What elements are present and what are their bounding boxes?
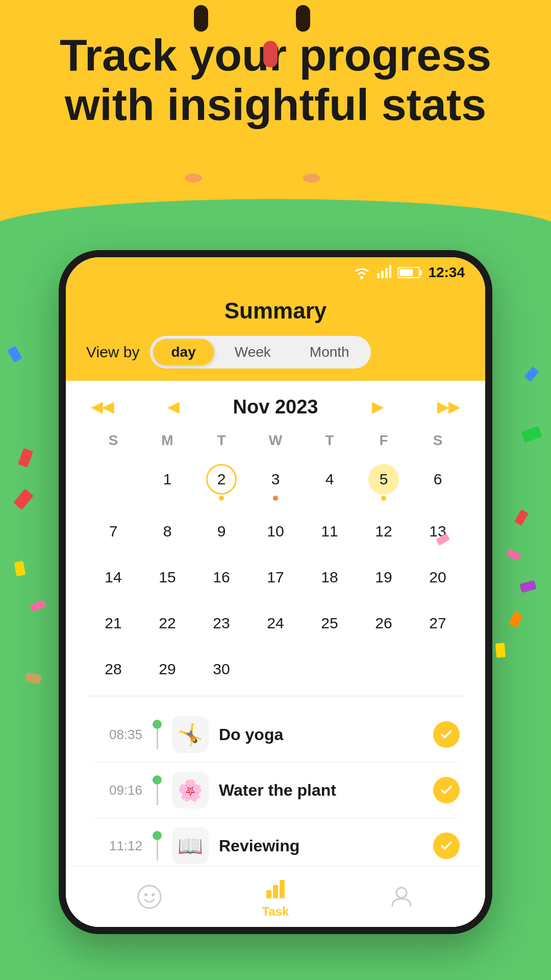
task-name-reviewing: Reviewing xyxy=(219,837,423,855)
cal-cell-18[interactable]: 18 xyxy=(303,556,357,599)
task-dot-water-plant xyxy=(153,775,162,805)
task-icon-reviewing: 📖 xyxy=(172,827,209,864)
nav-icon-profile xyxy=(388,884,415,910)
cal-header-thu: T xyxy=(303,428,357,453)
summary-title: Summary xyxy=(66,298,485,324)
summary-header: Summary xyxy=(66,288,485,336)
hero-title: Track your progress with insightful stat… xyxy=(31,31,520,130)
cal-cell-3[interactable]: 3 xyxy=(248,458,303,507)
task-dot-reviewing xyxy=(153,831,162,861)
month-title: Nov 2023 xyxy=(233,396,318,418)
cal-cell-29[interactable]: 29 xyxy=(140,648,194,691)
tab-month[interactable]: Month xyxy=(291,339,368,365)
nav-icon-mood xyxy=(136,884,163,910)
tab-day[interactable]: day xyxy=(153,339,214,365)
cal-cell-empty-4 xyxy=(357,648,411,691)
cal-header-mon: M xyxy=(140,428,194,453)
cal-cell-empty-1 xyxy=(86,458,140,507)
task-name-yoga: Do yoga xyxy=(219,725,423,744)
nav-item-profile[interactable] xyxy=(388,884,415,910)
cal-cell-28[interactable]: 28 xyxy=(86,648,140,691)
nav-label-task: Task xyxy=(262,904,289,919)
cal-row-1: 1 2 3 4 5 6 xyxy=(86,458,465,507)
bottom-nav: Task xyxy=(66,866,485,927)
svg-point-2 xyxy=(144,893,147,896)
cal-cell-11[interactable]: 11 xyxy=(303,510,357,553)
nav-icon-task xyxy=(262,875,289,901)
cal-header-sat: S xyxy=(411,428,465,453)
cal-cell-25[interactable]: 25 xyxy=(303,602,357,645)
svg-point-7 xyxy=(396,888,407,898)
cal-cell-13[interactable]: 13 xyxy=(411,510,465,553)
task-check-water-plant[interactable] xyxy=(433,777,460,803)
task-dot-yoga xyxy=(153,720,162,749)
cal-cell-6[interactable]: 6 xyxy=(411,458,465,507)
cal-cell-30[interactable]: 30 xyxy=(194,648,248,691)
view-by-row: View by day Week Month xyxy=(66,336,485,381)
calendar-grid: S M T W T F S 1 2 3 4 xyxy=(86,428,465,691)
cal-cell-2[interactable]: 2 xyxy=(194,458,248,507)
cal-cell-17[interactable]: 17 xyxy=(248,556,303,599)
signal-icon xyxy=(377,267,391,278)
prev-year-arrow[interactable]: ◀◀ xyxy=(91,399,114,415)
cal-header-sun: S xyxy=(86,428,140,453)
divider xyxy=(86,696,465,697)
status-icons xyxy=(353,266,420,279)
hero-section: Track your progress with insightful stat… xyxy=(0,31,551,130)
cal-cell-27[interactable]: 27 xyxy=(411,602,465,645)
cal-cell-10[interactable]: 10 xyxy=(248,510,303,553)
cal-cell-9[interactable]: 9 xyxy=(194,510,248,553)
cal-cell-21[interactable]: 21 xyxy=(86,602,140,645)
cal-cell-16[interactable]: 16 xyxy=(194,556,248,599)
task-check-reviewing[interactable] xyxy=(433,832,460,859)
task-time-yoga: 08:35 xyxy=(91,727,142,743)
month-nav: ◀◀ ◀ Nov 2023 ▶ ▶▶ xyxy=(86,396,465,418)
view-tabs: day Week Month xyxy=(150,336,371,369)
cal-cell-24[interactable]: 24 xyxy=(248,602,303,645)
cheek-right xyxy=(303,174,320,183)
cal-cell-7[interactable]: 7 xyxy=(86,510,140,553)
wifi-icon xyxy=(353,266,371,279)
cal-cell-empty-3 xyxy=(303,648,357,691)
svg-rect-4 xyxy=(266,890,271,898)
cal-row-3: 14 15 16 17 18 19 20 xyxy=(86,556,465,599)
svg-point-0 xyxy=(360,276,363,279)
status-time: 12:34 xyxy=(428,264,465,281)
cal-cell-19[interactable]: 19 xyxy=(357,556,411,599)
cal-cell-5[interactable]: 5 xyxy=(357,458,411,507)
cal-cell-15[interactable]: 15 xyxy=(140,556,194,599)
cal-dot-2 xyxy=(219,496,224,501)
cal-cell-4[interactable]: 4 xyxy=(303,458,357,507)
cal-cell-23[interactable]: 23 xyxy=(194,602,248,645)
svg-point-3 xyxy=(152,893,155,896)
cal-cell-22[interactable]: 22 xyxy=(140,602,194,645)
task-check-yoga[interactable] xyxy=(433,721,460,748)
calendar-area: ◀◀ ◀ Nov 2023 ▶ ▶▶ S M T W T F S 1 2 xyxy=(66,381,485,934)
next-month-arrow[interactable]: ▶ xyxy=(372,399,383,415)
prev-month-arrow[interactable]: ◀ xyxy=(168,399,179,415)
task-item-yoga[interactable]: 08:35 🤸 Do yoga xyxy=(91,707,460,763)
cal-cell-20[interactable]: 20 xyxy=(411,556,465,599)
cal-cell-14[interactable]: 14 xyxy=(86,556,140,599)
status-bar: 12:34 xyxy=(66,257,485,288)
cal-row-4: 21 22 23 24 25 26 27 xyxy=(86,602,465,645)
cal-dot-5 xyxy=(381,496,386,501)
cal-cell-12[interactable]: 12 xyxy=(357,510,411,553)
task-icon-yoga: 🤸 xyxy=(172,716,209,753)
cal-cell-8[interactable]: 8 xyxy=(140,510,194,553)
tab-week[interactable]: Week xyxy=(216,339,289,365)
cal-header-fri: F xyxy=(357,428,411,453)
task-icon-water-plant: 🌸 xyxy=(172,772,209,808)
nav-item-mood[interactable] xyxy=(136,884,163,910)
nav-item-task[interactable]: Task xyxy=(262,875,289,919)
svg-point-1 xyxy=(138,886,161,908)
cal-cell-26[interactable]: 26 xyxy=(357,602,411,645)
view-by-label: View by xyxy=(86,344,140,361)
next-year-arrow[interactable]: ▶▶ xyxy=(437,399,460,415)
cheek-left xyxy=(185,174,202,183)
cal-dot-3 xyxy=(273,496,278,501)
cal-header-tue: T xyxy=(194,428,248,453)
task-item-water-plant[interactable]: 09:16 🌸 Water the plant xyxy=(91,763,460,818)
cal-cell-1[interactable]: 1 xyxy=(140,458,194,507)
task-name-water-plant: Water the plant xyxy=(219,781,423,800)
